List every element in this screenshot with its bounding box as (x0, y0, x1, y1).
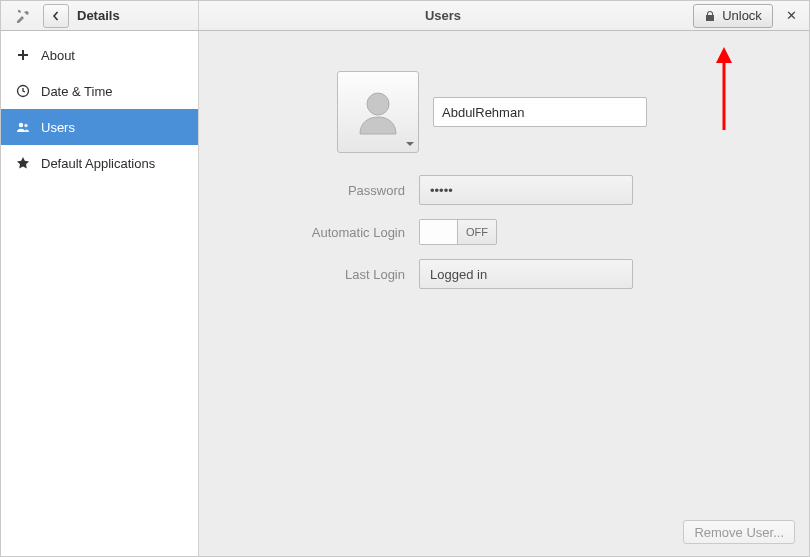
headerbar: Details Users Unlock ✕ (1, 1, 809, 31)
close-button[interactable]: ✕ (779, 4, 803, 28)
plus-icon (15, 47, 31, 63)
unlock-button[interactable]: Unlock (693, 4, 773, 28)
header-left: Details (1, 1, 199, 30)
section-title: Details (77, 8, 120, 23)
tools-icon (14, 8, 30, 24)
avatar-icon (350, 84, 406, 140)
close-icon: ✕ (786, 8, 797, 23)
star-icon (15, 155, 31, 171)
autologin-label: Automatic Login (249, 225, 419, 240)
sidebar-item-label: Date & Time (41, 84, 113, 99)
back-button[interactable] (43, 4, 69, 28)
content-pane: Password ••••• Automatic Login OFF Last … (199, 31, 809, 556)
header-right: Unlock ✕ (687, 1, 809, 30)
users-icon (15, 119, 31, 135)
lock-icon (704, 10, 716, 22)
chevron-left-icon (51, 11, 61, 21)
sidebar-item-label: About (41, 48, 75, 63)
remove-user-button-label: Remove User... (694, 525, 784, 540)
sidebar-item-label: Default Applications (41, 156, 155, 171)
password-value[interactable]: ••••• (419, 175, 633, 205)
page-title: Users (199, 1, 687, 30)
remove-user-button[interactable]: Remove User... (683, 520, 795, 544)
autologin-toggle[interactable]: OFF (419, 219, 497, 245)
password-label: Password (249, 183, 419, 198)
unlock-button-label: Unlock (722, 8, 762, 23)
settings-icon-button[interactable] (9, 4, 35, 28)
sidebar-item-about[interactable]: About (1, 37, 198, 73)
sidebar-item-default-apps[interactable]: Default Applications (1, 145, 198, 181)
avatar-picker[interactable] (337, 71, 419, 153)
svg-point-1 (19, 123, 23, 127)
lastlogin-value[interactable]: Logged in (419, 259, 633, 289)
toggle-knob (420, 220, 458, 244)
sidebar-item-label: Users (41, 120, 75, 135)
toggle-state-label: OFF (458, 220, 496, 244)
sidebar-item-users[interactable]: Users (1, 109, 198, 145)
lastlogin-label: Last Login (249, 267, 419, 282)
svg-point-2 (24, 124, 27, 127)
sidebar: About Date & Time Users Default Applicat… (1, 31, 199, 556)
sidebar-item-datetime[interactable]: Date & Time (1, 73, 198, 109)
clock-icon (15, 83, 31, 99)
username-input[interactable] (433, 97, 647, 127)
